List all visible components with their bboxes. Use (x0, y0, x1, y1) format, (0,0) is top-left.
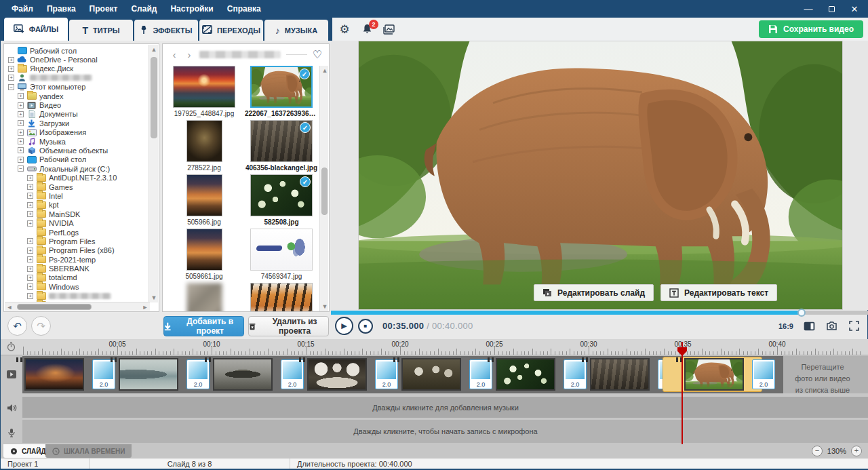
tab-files[interactable]: ФАЙЛЫ (4, 18, 68, 41)
undo-button[interactable]: ↶ (7, 316, 27, 336)
file-item-278522.jpg[interactable]: 278522.jpg (167, 120, 241, 174)
tree-expander[interactable]: + (18, 111, 24, 117)
tree-item-26[interactable]: +Windows (5, 282, 149, 291)
photo-collection-icon[interactable] (382, 22, 396, 36)
file-thumbnail[interactable] (186, 283, 222, 312)
save-video-button[interactable]: Сохранить видео (759, 20, 863, 38)
tree-item-18[interactable]: +MainSDK (5, 210, 149, 218)
file-item-406356-blackangel.jpg[interactable]: ✓406356-blackangel.jpg (244, 120, 319, 174)
transition-4[interactable]: 2.0 (375, 359, 398, 389)
tree-expander[interactable]: + (27, 248, 33, 254)
timeline-slide-2[interactable] (119, 358, 178, 391)
timeline-slide-7[interactable] (590, 358, 650, 391)
tree-item-16[interactable]: +Intel (5, 191, 149, 200)
file-item-partial-8[interactable] (167, 283, 241, 312)
tree-item-15[interactable]: +Games (5, 182, 149, 191)
tree-expander[interactable]: + (27, 184, 33, 190)
menu-item-help[interactable]: Справка (222, 3, 267, 15)
scroll-down-icon[interactable]: ▼ (320, 302, 330, 311)
tree-expander[interactable]: + (27, 256, 33, 262)
tree-item-8[interactable]: +Загрузки (5, 119, 149, 128)
tree-item-11[interactable]: +Объемные объекты (5, 146, 149, 155)
browser-vertical-scrollbar[interactable]: ▲ ▼ (319, 66, 328, 311)
tree-vertical-scrollbar[interactable]: ▲ ▼ (149, 45, 158, 302)
file-item-505966.jpg[interactable]: 505966.jpg (167, 174, 241, 229)
tree-expander[interactable]: + (27, 220, 33, 227)
file-thumbnail[interactable] (186, 120, 222, 162)
tab-titles[interactable]: TТИТРЫ (69, 20, 133, 41)
tree-expander[interactable]: + (27, 275, 33, 281)
edit-slide-button[interactable]: Редактировать слайд (534, 284, 654, 301)
scroll-down-icon[interactable]: ▼ (149, 293, 159, 302)
slide-preview[interactable]: Редактировать слайд Редактировать текст (358, 41, 843, 310)
zoom-in-button[interactable]: + (851, 446, 862, 456)
scroll-right-icon[interactable]: ► (140, 302, 150, 312)
timeline-slide-8[interactable] (684, 358, 744, 391)
transition-1[interactable]: 2.0 (92, 359, 115, 389)
playhead[interactable] (682, 342, 683, 444)
settings-gear-icon[interactable]: ⚙ (338, 22, 351, 36)
tree-expander[interactable]: + (8, 66, 14, 72)
stop-button[interactable]: ■ (358, 319, 373, 334)
minimize-button[interactable]: — (798, 1, 818, 16)
tree-item-12[interactable]: +Рабочий стол (5, 155, 149, 164)
file-item-582508.jpg[interactable]: ✓582508.jpg (244, 174, 319, 229)
tree-expander[interactable]: + (27, 202, 33, 208)
tree-item-2[interactable]: +Яндекс.Диск (5, 64, 149, 73)
scroll-up-icon[interactable]: ▲ (320, 66, 330, 75)
tab-effects[interactable]: ЭФФЕКТЫ (134, 20, 198, 41)
file-item-5059661.jpg[interactable]: 5059661.jpg (167, 229, 241, 283)
file-thumbnail[interactable] (186, 229, 222, 271)
tree-item-22[interactable]: +Program Files (x86) (5, 246, 149, 255)
tree-item-4[interactable]: −Этот компьютер (5, 83, 149, 92)
tree-item-6[interactable]: +Видео (5, 100, 149, 109)
file-thumbnail[interactable] (173, 66, 235, 108)
slides-track[interactable]: Перетащите фото или видео из списка выше… (22, 356, 868, 393)
close-button[interactable]: ✕ (844, 1, 865, 16)
transition-2[interactable]: 2.0 (186, 359, 210, 389)
tree-expander[interactable]: + (27, 211, 33, 217)
tree-vscroll-thumb[interactable] (151, 57, 157, 138)
tree-horizontal-scrollbar[interactable]: ◄ ► (5, 302, 150, 311)
menu-item-file[interactable]: Файл (6, 3, 39, 15)
browser-vscroll-thumb[interactable] (321, 168, 328, 215)
tree-item-19[interactable]: +NVIDIA (5, 218, 149, 227)
tree-item-14[interactable]: +AntiDupl.NET-2.3.10 (5, 173, 149, 182)
tree-item-9[interactable]: +Изображения (5, 128, 149, 137)
tree-expander[interactable]: + (27, 175, 33, 181)
tree-item-25[interactable]: +totalcmd (5, 273, 149, 282)
tree-item-7[interactable]: +Документы (5, 110, 149, 119)
favorites-heart-icon[interactable]: ♡ (313, 48, 322, 61)
remove-from-project-button[interactable]: Удалить из проекта (248, 316, 329, 336)
menu-item-project[interactable]: Проект (84, 3, 123, 15)
microphone-track[interactable]: Дважды кликните, чтобы начать запись с м… (22, 420, 868, 443)
snapshot-camera-icon[interactable] (825, 320, 838, 332)
edit-text-button[interactable]: Редактировать текст (660, 284, 777, 301)
tree-item-24[interactable]: +SBERBANK (5, 264, 149, 273)
transition-3[interactable]: 2.0 (281, 359, 304, 389)
tree-expander[interactable]: + (8, 57, 14, 63)
tree-expander[interactable]: + (18, 102, 24, 109)
tree-expander[interactable]: + (18, 157, 24, 163)
tree-item-hidden-3[interactable]: + (5, 73, 149, 82)
menu-item-edit[interactable]: Правка (41, 3, 81, 15)
tree-item-23[interactable]: +Ps-2021-temp (5, 255, 149, 264)
tree-expander[interactable]: + (18, 138, 24, 144)
redo-button[interactable]: ↷ (31, 316, 51, 336)
tree-item-0[interactable]: Рабочий стол (5, 46, 149, 55)
timeline-ruler[interactable]: 00:0500:1000:1500:2000:2500:3000:3500:40 (1, 339, 868, 355)
tree-expander[interactable]: − (18, 165, 24, 172)
tree-item-17[interactable]: +kpt (5, 201, 149, 210)
tree-expander[interactable]: + (18, 130, 24, 136)
scroll-left-icon[interactable]: ◄ (5, 302, 14, 312)
file-item-197925_448847.jpg[interactable]: 197925_448847.jpg (167, 66, 241, 120)
tree-hscroll-thumb[interactable] (17, 304, 92, 310)
file-item-74569347.jpg[interactable]: 74569347.jpg (244, 229, 319, 283)
maximize-button[interactable] (821, 1, 842, 16)
tree-expander[interactable]: + (27, 238, 33, 244)
tree-item-5[interactable]: +yandex (5, 92, 149, 100)
transition-5[interactable]: 2.0 (469, 359, 492, 389)
tree-item-13[interactable]: −Локальный диск (C:) (5, 164, 149, 173)
tree-item-1[interactable]: +OneDrive - Personal (5, 55, 149, 64)
timeline-slide-1[interactable] (24, 358, 84, 391)
